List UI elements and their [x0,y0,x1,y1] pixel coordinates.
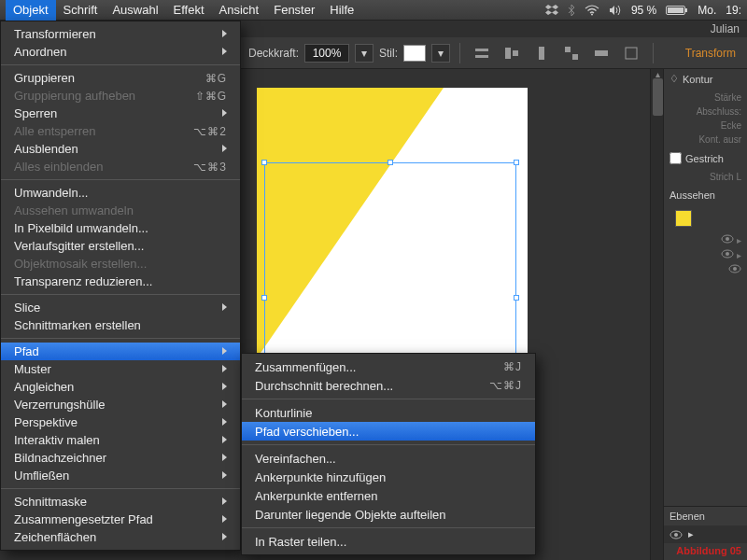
menu-item-label: Pfad verschieben... [255,425,359,439]
submenu-arrow-icon [222,346,227,357]
menu-item[interactable]: Transparenz reduzieren... [1,273,240,290]
style-swatch[interactable] [403,45,426,62]
align-icon-4[interactable] [559,42,584,64]
resize-handle[interactable] [261,295,267,301]
menu-item[interactable]: In Raster teilen... [242,532,535,551]
panel-ebenen-header[interactable]: Ebenen [664,507,747,525]
align-icon-5[interactable] [589,42,613,64]
menu-ansicht[interactable]: Ansicht [212,0,267,21]
menu-item[interactable]: Perspektive [1,413,240,431]
appearance-row[interactable]: ▸ [669,232,741,247]
menu-auswahl[interactable]: Auswahl [105,0,165,21]
figure-caption: Abbildung 05 [676,545,741,556]
submenu-arrow-icon [222,382,227,392]
menu-effekt[interactable]: Effekt [166,0,212,21]
menu-item-label: Schnittmarken erstellen [14,318,141,332]
clock-day: Mo. [698,4,716,17]
menu-item[interactable]: Anordnen [1,43,240,61]
menu-item[interactable]: Verlaufsgitter erstellen... [1,237,240,255]
menu-item[interactable]: Zusammenfügen...⌘J [242,357,535,376]
menu-item[interactable]: Zusammengesetzter Pfad [1,511,240,528]
menu-objekt[interactable]: Objekt [6,0,56,21]
menu-item[interactable]: Ankerpunkte hinzufügen [242,468,535,486]
menu-item-label: Pfad [14,344,39,358]
menu-item: Alles einblenden⌥⌘3 [1,158,240,175]
menu-item[interactable]: Schnittmaske [1,493,240,511]
submenu-arrow-icon [222,470,227,481]
menu-fenster[interactable]: Fenster [266,0,322,21]
resize-handle[interactable] [261,160,267,165]
svg-rect-5 [475,55,488,58]
panel-gestrichelt-header[interactable]: Gestrich [664,148,747,168]
submenu-arrow-icon [222,497,227,507]
dashed-checkbox[interactable] [669,152,682,164]
menu-item[interactable]: Interaktiv malen [1,431,240,449]
layer-row[interactable]: ▸ [664,525,747,543]
panel-aussehen-header[interactable]: Aussehen [664,186,747,204]
style-dropdown-button[interactable]: ▾ [431,44,450,63]
menu-item[interactable]: In Pixelbild umwandeln... [1,219,240,237]
eye-icon[interactable] [669,530,683,539]
menu-item[interactable]: Durchschnitt berechnen...⌥⌘J [242,376,535,395]
menu-item-label: Konturlinie [255,406,312,420]
resize-handle[interactable] [514,160,519,165]
menu-item[interactable]: Zeichenflächen [1,528,240,546]
wifi-icon [585,5,599,16]
panel-kontur-header[interactable]: ♢ Kontur [664,69,747,89]
appearance-row[interactable]: ▸ [669,247,741,262]
menu-item-label: Schnittmaske [14,495,87,509]
menu-shortcut: ⌥⌘2 [193,125,227,138]
menu-item[interactable]: Gruppieren⌘G [1,69,240,87]
submenu-arrow-icon [222,302,227,313]
menu-item[interactable]: Pfad verschieben... [242,422,535,441]
menu-item[interactable]: Ausblenden [1,140,240,158]
align-icon-3[interactable] [529,42,554,64]
menu-item[interactable]: Ankerpunkte entfernen [242,486,535,505]
menu-item-label: Alle entsperren [14,124,95,138]
menu-item[interactable]: Schnittmarken erstellen [1,316,240,334]
style-label: Stil: [379,47,398,60]
menu-item[interactable]: Muster [1,360,240,378]
menu-item[interactable]: Transformieren [1,25,240,43]
menu-item-label: Interaktiv malen [14,433,100,447]
menu-item[interactable]: Konturlinie [242,403,535,422]
align-icon-6[interactable] [619,42,643,64]
menu-item-label: Vereinfachen... [255,452,336,466]
menu-shortcut: ⌥⌘3 [193,161,227,174]
menu-item[interactable]: Sperren [1,105,240,122]
menu-item-label: Umwandeln... [14,186,88,200]
menu-item-label: Darunter liegende Objekte aufteilen [255,508,446,522]
align-icon-2[interactable] [500,42,524,64]
menu-item[interactable]: Pfad [1,343,240,360]
menu-item-label: Verzerrungshülle [14,398,106,412]
kontur-row: Ecke [669,119,741,133]
appearance-row[interactable] [669,262,741,277]
scroll-thumb[interactable] [653,78,663,116]
opacity-dropdown-button[interactable]: ▾ [355,44,374,63]
menu-item[interactable]: Bildnachzeichner [1,449,240,467]
align-icon-1[interactable] [470,42,494,64]
menu-item[interactable]: Verzerrungshülle [1,396,240,413]
menu-shortcut: ⌥⌘J [489,379,522,392]
layer-disclosure[interactable]: ▸ [688,528,694,540]
menu-item[interactable]: Umfließen [1,467,240,484]
menu-item-label: Muster [14,362,51,376]
eye-icon [728,264,741,273]
menu-item[interactable]: Angleichen [1,378,240,396]
transform-panel-tab[interactable]: Transform [680,47,741,60]
battery-percent: 95 % [631,4,656,17]
menu-item-label: Angleichen [14,380,74,394]
opacity-input[interactable] [304,44,349,63]
menu-item[interactable]: Umwandeln... [1,184,240,202]
menu-item[interactable]: Darunter liegende Objekte aufteilen [242,505,535,524]
menu-item[interactable]: Slice [1,299,240,316]
menu-hilfe[interactable]: Hilfe [322,0,361,21]
panel-dock: ♢ Kontur Stärke Abschluss: Ecke Kont. au… [663,69,747,560]
panel-kontur: Stärke Abschluss: Ecke Kont. ausr [664,89,747,148]
menu-item[interactable]: Vereinfachen... [242,449,535,468]
menu-schrift[interactable]: Schrift [56,0,106,21]
resize-handle[interactable] [514,295,519,301]
appearance-fill-swatch[interactable] [675,210,692,227]
battery-icon [666,5,688,16]
resize-handle[interactable] [388,160,393,165]
